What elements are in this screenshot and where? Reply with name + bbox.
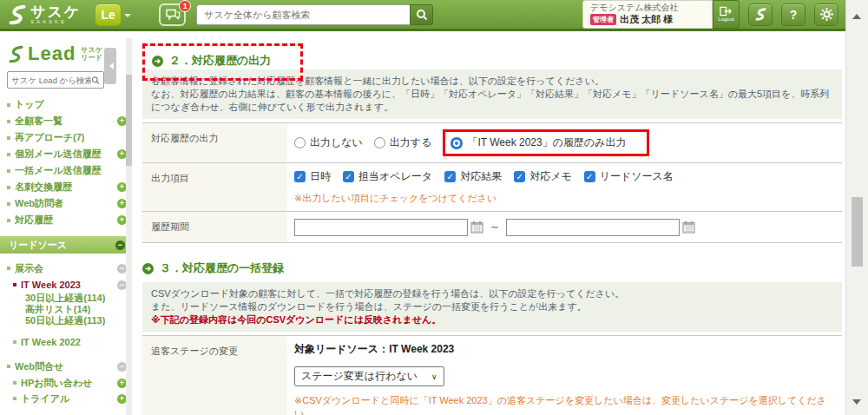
radio-checked[interactable] [450, 137, 463, 149]
radio-unchecked[interactable] [374, 137, 385, 148]
target-leadsource: 対象リードソース：IT Week 2023 [294, 342, 835, 357]
checkbox-option[interactable]: ✓リードソース名 [584, 169, 674, 184]
leadsource-item-label: HPお問い合わせ [21, 377, 92, 390]
stage-hint: ※CSVダウンロードと同時に「IT Week 2023」の追客ステージを変更した… [294, 394, 835, 415]
sidebar-search-box[interactable] [7, 71, 104, 89]
radio-label: 出力する [390, 135, 432, 150]
checkbox-checked[interactable]: ✓ [294, 171, 306, 182]
sasuke-swoosh-icon [754, 8, 767, 21]
period-start-input[interactable] [294, 219, 468, 236]
sidebar-item-label: Web訪問者 [15, 197, 63, 210]
output-mode-options: 出力しない出力する「IT Week 2023」の履歴のみ出力 [287, 123, 842, 162]
checkbox-label: 担当オペレータ [358, 169, 432, 184]
settings-button[interactable] [814, 3, 838, 26]
checkbox-checked[interactable]: ✓ [444, 171, 456, 182]
checkbox-label: 日時 [310, 169, 331, 184]
scroll-up-icon[interactable] [852, 10, 861, 19]
sidebar-search-input[interactable] [11, 76, 91, 85]
checkbox-label: 対応メモ [529, 169, 572, 184]
leadsource-item[interactable]: HPお問い合わせ+ [7, 375, 139, 391]
sidebar-item-label: 一括メール送信履歴 [15, 164, 102, 177]
radio-unchecked[interactable] [294, 137, 306, 148]
radio-option[interactable]: 出力する [374, 135, 432, 150]
leadsource-item-label: IT Week 2023 [21, 280, 81, 290]
leadsource-item[interactable]: 展示会− [7, 260, 139, 277]
sasuke-home-button[interactable] [748, 3, 773, 26]
search-icon [91, 76, 100, 85]
bullet-icon [13, 397, 16, 400]
section3-description: CSVダウンロード対象の顧客に対して、一括で対応履歴の登録を行う場合は、以下の設… [142, 282, 842, 332]
sidebar-item[interactable]: 個別メール送信履歴+ [7, 146, 139, 162]
calendar-button[interactable] [682, 221, 695, 234]
checkbox-option[interactable]: ✓日時 [294, 169, 331, 184]
sidebar-item-label: 個別メール送信履歴 [15, 148, 102, 161]
checkbox-option[interactable]: ✓対応結果 [444, 169, 502, 184]
leadsource-item[interactable]: Web問合せ− [7, 358, 139, 375]
radio-option[interactable]: 出力しない [294, 135, 363, 150]
sasuke-logo[interactable]: サスケ SAASKE [7, 4, 81, 25]
sidebar-item-label: 名刺交換履歴 [15, 181, 72, 194]
scrollbar-thumb[interactable] [852, 197, 863, 267]
bullet-icon [13, 381, 16, 385]
global-search-button[interactable] [410, 4, 433, 25]
calendar-button[interactable] [470, 221, 483, 234]
scroll-down-icon[interactable] [852, 399, 861, 409]
leadsource-item[interactable]: トライアル+ [7, 391, 139, 406]
table-row: 履歴期間 ～ [142, 212, 842, 243]
bullet-icon [7, 169, 10, 173]
radio-label: 出力しない [310, 135, 363, 150]
section3-form-table: 追客ステージの変更 対象リードソース：IT Week 2023 ステージ変更は行… [142, 335, 842, 415]
leadsource-item[interactable]: 50日以上経過(113) [7, 315, 139, 326]
leadsource-section-header[interactable]: リードソース − [0, 236, 132, 254]
bullet-icon [7, 103, 10, 107]
le-app-button[interactable]: Le [95, 3, 122, 26]
messages-button[interactable]: 1 [159, 3, 186, 26]
sidebar-item[interactable]: 全顧客一覧+ [7, 113, 139, 129]
sidebar-scrollbar[interactable] [126, 38, 132, 415]
logout-label: Logout [718, 16, 733, 23]
page-scrollbar[interactable] [845, 0, 868, 415]
brand-text: サスケ [30, 5, 81, 19]
collapse-minus-icon[interactable]: − [115, 240, 125, 250]
sidebar-item[interactable]: Web訪問者+ [7, 195, 139, 212]
sidebar-item[interactable]: 名刺交換履歴+ [7, 179, 139, 195]
bullet-icon [7, 219, 10, 222]
sidebar-item[interactable]: 再アプローチ(7) [7, 129, 139, 146]
role-badge: 管理者 [590, 14, 616, 25]
stage-select[interactable]: ステージ変更は行わない ∨ [294, 366, 444, 386]
sidebar-item[interactable]: トップ [7, 96, 139, 113]
checkbox-checked[interactable]: ✓ [343, 171, 354, 182]
global-search-input[interactable] [196, 4, 410, 25]
lead-logo[interactable]: Lead サスケリード [0, 31, 139, 69]
leadsource-item-label: IT Week 2022 [21, 337, 81, 347]
chat-icon [165, 9, 181, 21]
checkbox-hint: ※出力したい項目にチェックをつけてください [294, 192, 835, 205]
help-button[interactable]: ? [781, 3, 806, 26]
chevron-down-icon[interactable] [124, 14, 131, 21]
arrow-circle-icon [152, 56, 163, 67]
bullet-icon [13, 340, 16, 344]
bullet-icon [7, 153, 10, 156]
calendar-icon [682, 221, 695, 234]
checkbox-checked[interactable]: ✓ [514, 171, 525, 182]
radio-label: 「IT Week 2023」の履歴のみ出力 [467, 135, 626, 150]
checkbox-checked[interactable]: ✓ [584, 171, 595, 182]
leadsource-item[interactable]: IT Week 2022 [7, 334, 139, 350]
section2-form-table: 対応履歴の出力 出力しない出力する「IT Week 2023」の履歴のみ出力 出… [142, 122, 842, 243]
checkbox-option[interactable]: ✓対応メモ [514, 169, 572, 184]
radio-option[interactable]: 「IT Week 2023」の履歴のみ出力 [450, 135, 626, 150]
leadsource-item-label: 50日以上経過(113) [25, 314, 105, 327]
sidebar-scrollbar-thumb[interactable] [126, 75, 132, 166]
sidebar-item[interactable]: 対応履歴+ [7, 212, 139, 228]
sasuke-swoosh-icon [7, 4, 28, 25]
sidebar-item[interactable]: 一括メール送信履歴 [7, 162, 139, 179]
checkbox-label: 対応結果 [460, 169, 502, 184]
checkbox-option[interactable]: ✓担当オペレータ [343, 169, 432, 184]
leadsource-item[interactable]: IT Week 2023− [7, 277, 139, 293]
lead-brand-text: Lead [28, 43, 76, 65]
logout-button[interactable]: Logout [713, 0, 740, 29]
period-end-input[interactable] [506, 219, 680, 236]
sidebar-item-label: 対応履歴 [15, 214, 53, 227]
sidebar-collapse-tab[interactable] [104, 48, 116, 84]
table-row: 追客ステージの変更 対象リードソース：IT Week 2023 ステージ変更は行… [142, 336, 842, 415]
